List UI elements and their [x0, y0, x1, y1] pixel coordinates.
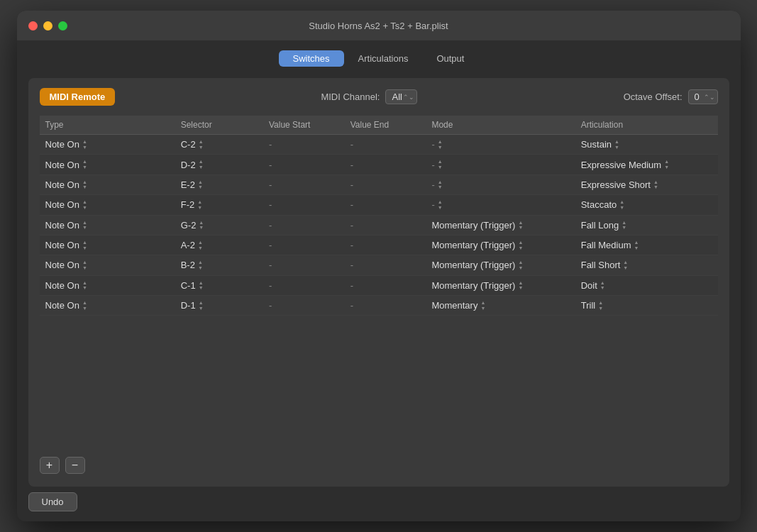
selector-stepper[interactable]: ▲ ▼ [199, 159, 204, 170]
close-button[interactable] [28, 21, 38, 31]
mode-stepper[interactable]: ▲ ▼ [518, 260, 523, 270]
cell-value-end: - [345, 195, 426, 215]
cell-value-end: - [345, 275, 426, 295]
cell-value-end: - [345, 135, 426, 155]
tab-output[interactable]: Output [422, 50, 478, 67]
cell-value-start: - [263, 215, 345, 235]
tab-bar: Switches Articulations Output [28, 50, 729, 67]
selector-stepper[interactable]: ▲ ▼ [199, 300, 204, 311]
selector-stepper[interactable]: ▲ ▼ [199, 280, 204, 291]
switches-table-wrapper: Type Selector Value Start Value End Mode… [40, 116, 718, 450]
tab-articulations[interactable]: Articulations [344, 50, 423, 67]
cell-value-end: - [345, 235, 426, 255]
col-header-value-start: Value Start [263, 116, 345, 135]
cell-type: Note On ▲ ▼ [40, 215, 175, 235]
cell-articulation: Fall Short ▲ ▼ [575, 255, 718, 275]
selector-stepper[interactable]: ▲ ▼ [197, 199, 202, 210]
type-stepper[interactable]: ▲ ▼ [82, 260, 87, 270]
selector-stepper[interactable]: ▲ ▼ [199, 139, 204, 150]
mode-stepper[interactable]: ▲ ▼ [438, 199, 443, 210]
footer: Undo [17, 487, 741, 521]
cell-mode: - ▲ ▼ [426, 195, 575, 215]
cell-value-start: - [263, 155, 345, 174]
type-stepper[interactable]: ▲ ▼ [82, 139, 87, 150]
selector-stepper[interactable]: ▲ ▼ [198, 260, 203, 270]
mode-stepper[interactable]: ▲ ▼ [438, 159, 443, 170]
cell-mode: - ▲ ▼ [426, 174, 575, 194]
mode-stepper[interactable]: ▲ ▼ [480, 300, 485, 311]
add-row-button[interactable]: + [40, 457, 60, 474]
type-stepper[interactable]: ▲ ▼ [82, 220, 87, 231]
articulation-stepper[interactable]: ▲ ▼ [619, 199, 624, 210]
table-row[interactable]: Note On ▲ ▼ B-2 ▲ ▼ -- Momentary (Trigge… [40, 255, 718, 275]
midi-channel-select-wrapper[interactable]: All 1234 [385, 89, 417, 104]
type-stepper[interactable]: ▲ ▼ [82, 280, 87, 291]
type-stepper[interactable]: ▲ ▼ [82, 179, 87, 190]
selector-stepper[interactable]: ▲ ▼ [198, 179, 203, 190]
tab-switches[interactable]: Switches [279, 50, 344, 67]
traffic-lights [28, 21, 67, 31]
col-header-selector: Selector [175, 116, 263, 135]
articulation-stepper[interactable]: ▲ ▼ [664, 159, 669, 170]
cell-articulation: Fall Medium ▲ ▼ [575, 235, 718, 255]
cell-value-start: - [263, 174, 345, 194]
cell-selector: B-2 ▲ ▼ [175, 255, 263, 275]
octave-offset-select-wrapper[interactable]: 0 -2-112 [688, 89, 718, 104]
cell-mode: Momentary (Trigger) ▲ ▼ [426, 235, 575, 255]
articulation-stepper[interactable]: ▲ ▼ [614, 139, 619, 150]
table-row[interactable]: Note On ▲ ▼ D-2 ▲ ▼ -- - ▲ ▼ Expressive … [40, 155, 718, 174]
table-row[interactable]: Note On ▲ ▼ A-2 ▲ ▼ -- Momentary (Trigge… [40, 235, 718, 255]
mode-stepper[interactable]: ▲ ▼ [518, 240, 523, 250]
articulation-stepper[interactable]: ▲ ▼ [600, 280, 605, 291]
mode-stepper[interactable]: ▲ ▼ [438, 139, 443, 150]
table-row[interactable]: Note On ▲ ▼ D-1 ▲ ▼ -- Momentary ▲ ▼ Tri… [40, 296, 718, 316]
table-row[interactable]: Note On ▲ ▼ F-2 ▲ ▼ -- - ▲ ▼ Staccato ▲ … [40, 195, 718, 215]
articulation-stepper[interactable]: ▲ ▼ [653, 179, 658, 190]
minimize-button[interactable] [43, 21, 53, 31]
cell-type: Note On ▲ ▼ [40, 135, 175, 155]
type-stepper[interactable]: ▲ ▼ [82, 240, 87, 250]
cell-value-end: - [345, 174, 426, 194]
remove-row-button[interactable]: − [65, 457, 85, 474]
mode-stepper[interactable]: ▲ ▼ [518, 220, 523, 231]
maximize-button[interactable] [58, 21, 67, 31]
bottom-bar: + − [40, 450, 718, 477]
articulation-stepper[interactable]: ▲ ▼ [623, 260, 628, 270]
col-header-articulation: Articulation [575, 116, 718, 135]
articulation-stepper[interactable]: ▲ ▼ [634, 240, 639, 250]
type-stepper[interactable]: ▲ ▼ [82, 300, 87, 311]
cell-value-start: - [263, 195, 345, 215]
table-row[interactable]: Note On ▲ ▼ E-2 ▲ ▼ -- - ▲ ▼ Expressive … [40, 174, 718, 194]
octave-offset-select[interactable]: 0 -2-112 [688, 89, 718, 104]
cell-selector: G-2 ▲ ▼ [175, 215, 263, 235]
cell-type: Note On ▲ ▼ [40, 155, 175, 174]
cell-value-start: - [263, 135, 345, 155]
table-row[interactable]: Note On ▲ ▼ C-2 ▲ ▼ -- - ▲ ▼ Sustain ▲ ▼ [40, 135, 718, 155]
content-area: Switches Articulations Output MIDI Remot… [17, 40, 741, 487]
type-stepper[interactable]: ▲ ▼ [82, 159, 87, 170]
cell-value-start: - [263, 296, 345, 316]
type-stepper[interactable]: ▲ ▼ [82, 199, 87, 210]
articulation-stepper[interactable]: ▲ ▼ [621, 220, 626, 231]
table-row[interactable]: Note On ▲ ▼ C-1 ▲ ▼ -- Momentary (Trigge… [40, 275, 718, 295]
mode-stepper[interactable]: ▲ ▼ [518, 280, 523, 291]
cell-type: Note On ▲ ▼ [40, 296, 175, 316]
cell-articulation: Fall Long ▲ ▼ [575, 215, 718, 235]
cell-mode: - ▲ ▼ [426, 135, 575, 155]
cell-selector: D-1 ▲ ▼ [175, 296, 263, 316]
midi-channel-select[interactable]: All 1234 [385, 89, 417, 104]
articulation-stepper[interactable]: ▲ ▼ [598, 300, 603, 311]
selector-stepper[interactable]: ▲ ▼ [198, 240, 203, 250]
col-header-type: Type [40, 116, 175, 135]
cell-value-start: - [263, 255, 345, 275]
cell-mode: Momentary ▲ ▼ [426, 296, 575, 316]
switches-table: Type Selector Value Start Value End Mode… [40, 116, 718, 316]
midi-remote-button[interactable]: MIDI Remote [40, 88, 116, 106]
table-row[interactable]: Note On ▲ ▼ G-2 ▲ ▼ -- Momentary (Trigge… [40, 215, 718, 235]
selector-stepper[interactable]: ▲ ▼ [199, 220, 204, 231]
cell-type: Note On ▲ ▼ [40, 174, 175, 194]
mode-stepper[interactable]: ▲ ▼ [438, 179, 443, 190]
undo-button[interactable]: Undo [28, 492, 77, 511]
cell-value-end: - [345, 155, 426, 174]
midi-channel-label: MIDI Channel: [321, 92, 380, 102]
